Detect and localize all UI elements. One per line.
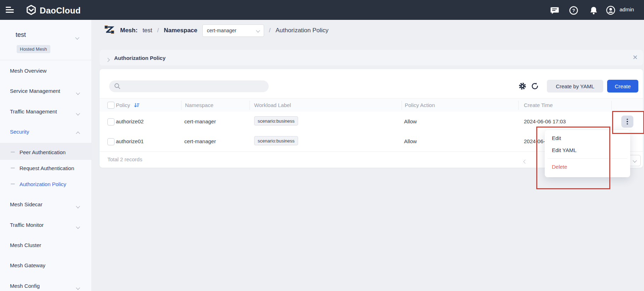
dash-icon bbox=[11, 168, 15, 169]
column-policy-action[interactable]: Policy Action bbox=[405, 102, 435, 108]
breadcrumb-page: Authorization Policy bbox=[276, 27, 329, 34]
chevron-down-icon bbox=[77, 89, 79, 95]
cell-namespace: cert-manager bbox=[184, 118, 216, 124]
row-checkbox[interactable] bbox=[107, 118, 114, 125]
search-input[interactable] bbox=[124, 80, 264, 93]
hosted-mesh-badge: Hosted Mesh bbox=[17, 45, 50, 53]
breadcrumb-mesh-value[interactable]: test bbox=[142, 27, 152, 34]
chevron-up-icon bbox=[77, 130, 79, 136]
select-all-checkbox[interactable] bbox=[107, 102, 114, 109]
create-by-yaml-button[interactable]: Create by YAML bbox=[547, 80, 603, 93]
top-navbar: DaoCloud ? bbox=[0, 0, 644, 20]
chevron-right-icon[interactable] bbox=[106, 56, 109, 63]
row-context-menu: Edit Edit YAML Delete bbox=[545, 130, 630, 177]
total-records: Total 2 records bbox=[107, 156, 142, 162]
namespace-select[interactable]: cert-manager bbox=[202, 24, 264, 37]
sidebar-item-authorization-policy[interactable]: Authorization Policy bbox=[0, 177, 91, 191]
cell-policy: authorize02 bbox=[116, 118, 144, 124]
menu-item-edit[interactable]: Edit bbox=[545, 132, 630, 144]
cell-policy-action: Allow bbox=[404, 138, 417, 144]
svg-text:?: ? bbox=[572, 8, 575, 13]
panel-title: Authorization Policy bbox=[114, 55, 166, 61]
sidebar-item-peer-authentication[interactable]: Peer Authentication bbox=[0, 145, 91, 159]
hamburger-menu-icon[interactable] bbox=[6, 7, 14, 13]
row-checkbox[interactable] bbox=[107, 138, 114, 145]
cell-namespace: cert-manager bbox=[184, 138, 216, 144]
chevron-down-icon bbox=[77, 223, 79, 229]
username[interactable]: admin bbox=[620, 6, 634, 12]
brand-logo[interactable]: DaoCloud bbox=[26, 5, 81, 17]
sidebar-item-mesh-gateway[interactable]: Mesh Gateway bbox=[0, 258, 91, 272]
mesh-topology-icon bbox=[104, 24, 114, 37]
policy-info-panel[interactable] bbox=[100, 50, 643, 66]
search-box bbox=[109, 80, 269, 92]
sort-icon[interactable] bbox=[134, 102, 140, 110]
breadcrumb-namespace-label: Namespace bbox=[164, 27, 197, 34]
column-policy[interactable]: Policy bbox=[116, 102, 130, 108]
sidebar-divider bbox=[0, 60, 91, 60]
dash-icon bbox=[11, 184, 15, 185]
create-button[interactable]: Create bbox=[607, 80, 638, 93]
app-screen: DaoCloud ? bbox=[0, 0, 644, 291]
daocloud-logo-icon bbox=[26, 5, 37, 17]
dash-icon bbox=[11, 152, 15, 153]
workload-label-badge: scenario:business bbox=[254, 136, 298, 145]
chevron-down-icon bbox=[77, 203, 79, 209]
workload-label-badge: scenario:business bbox=[254, 116, 298, 125]
chat-icon[interactable] bbox=[550, 6, 559, 15]
mesh-switcher-chevron-icon[interactable] bbox=[76, 34, 79, 40]
menu-item-edit-yaml[interactable]: Edit YAML bbox=[545, 144, 630, 156]
breadcrumb-separator: / bbox=[269, 27, 271, 34]
sidebar-item-request-authentication[interactable]: Request Authentication bbox=[0, 161, 91, 175]
sidebar-item-mesh-overview[interactable]: Mesh Overview bbox=[0, 63, 91, 78]
cell-create-time: 2024-06-06 17:03 bbox=[524, 118, 566, 124]
settings-gear-icon[interactable] bbox=[519, 82, 526, 90]
close-icon[interactable]: ✕ bbox=[632, 54, 639, 61]
cell-policy-action: Allow bbox=[404, 118, 417, 124]
breadcrumb-separator: / bbox=[157, 27, 159, 34]
namespace-select-value: cert-manager bbox=[207, 28, 236, 33]
refresh-icon[interactable] bbox=[531, 82, 539, 90]
chevron-down-icon bbox=[77, 110, 79, 116]
sidebar-mesh-name[interactable]: test bbox=[16, 31, 26, 39]
column-create-time[interactable]: Create Time bbox=[524, 102, 553, 108]
sidebar-item-traffic-monitor[interactable]: Traffic Monitor bbox=[0, 218, 91, 232]
sidebar-item-service-management[interactable]: Service Management bbox=[0, 84, 91, 98]
sidebar-item-mesh-sidecar[interactable]: Mesh Sidecar bbox=[0, 197, 91, 211]
row-actions-kebab-button[interactable] bbox=[621, 116, 633, 128]
column-workload-label[interactable]: Workload Label bbox=[254, 102, 291, 108]
sidebar-item-mesh-cluster[interactable]: Mesh Cluster bbox=[0, 238, 91, 252]
brand-name: DaoCloud bbox=[40, 6, 81, 16]
table-row: authorize02 cert-manager scenario:busine… bbox=[100, 112, 643, 132]
search-icon bbox=[114, 83, 121, 89]
pagination-prev-icon[interactable] bbox=[524, 158, 527, 164]
sidebar-item-mesh-config[interactable]: Mesh Config bbox=[0, 279, 91, 291]
help-icon[interactable]: ? bbox=[569, 6, 578, 15]
chevron-down-icon bbox=[256, 28, 260, 32]
menu-item-delete[interactable]: Delete bbox=[545, 161, 630, 173]
sidebar-item-security[interactable]: Security bbox=[0, 124, 91, 139]
bell-icon[interactable] bbox=[589, 6, 598, 15]
avatar[interactable] bbox=[606, 6, 615, 15]
table-header: Policy Namespace Workload Label Policy A… bbox=[100, 98, 643, 112]
menu-divider bbox=[548, 158, 627, 159]
breadcrumb: Mesh: test / Namespace cert-manager / Au… bbox=[104, 23, 329, 38]
breadcrumb-mesh-label: Mesh: bbox=[120, 27, 138, 34]
sidebar-item-traffic-management[interactable]: Traffic Management bbox=[0, 104, 91, 118]
column-namespace[interactable]: Namespace bbox=[185, 102, 213, 108]
cell-policy: authorize01 bbox=[116, 138, 144, 144]
chevron-down-icon bbox=[77, 284, 79, 290]
